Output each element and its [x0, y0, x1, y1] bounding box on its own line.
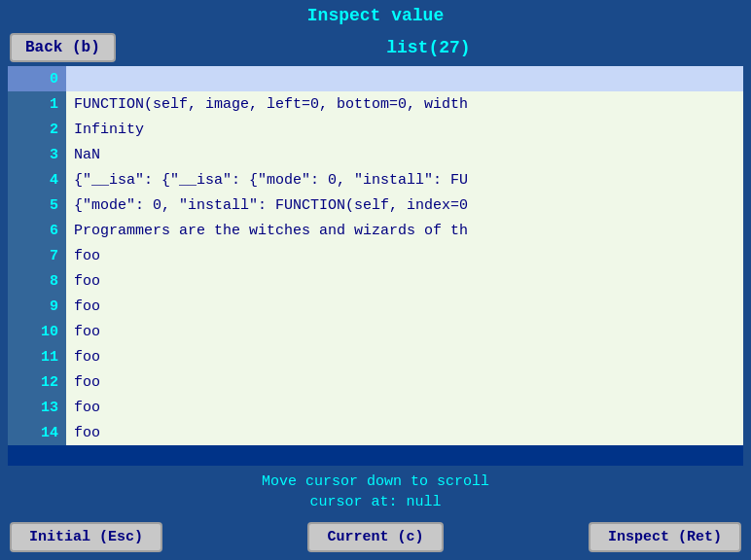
- row-value: {"mode": 0, "install": FUNCTION(self, in…: [66, 192, 743, 218]
- row-index: 11: [8, 344, 66, 369]
- list-row[interactable]: 9foo: [8, 294, 743, 319]
- list-row[interactable]: 12foo: [8, 369, 743, 395]
- list-row[interactable]: 11foo: [8, 344, 743, 369]
- status-area: Move cursor down to scroll cursor at: nu…: [0, 466, 751, 516]
- header-row: Back (b) list(27): [0, 29, 751, 66]
- list-row[interactable]: 1FUNCTION(self, image, left=0, bottom=0,…: [8, 91, 743, 117]
- row-index: 2: [8, 117, 66, 142]
- status-line1: Move cursor down to scroll: [0, 472, 751, 492]
- row-value: FUNCTION(self, image, left=0, bottom=0, …: [66, 91, 743, 117]
- row-value: Programmers are the witches and wizards …: [66, 218, 743, 243]
- row-index: 0: [8, 66, 66, 91]
- row-value: {"__isa": {"__isa": {"mode": 0, "install…: [66, 167, 743, 192]
- row-value: foo: [66, 268, 743, 294]
- list-row[interactable]: 2Infinity: [8, 117, 743, 142]
- row-index: 3: [8, 142, 66, 167]
- footer-row: Initial (Esc) Current (c) Inspect (Ret): [0, 516, 751, 560]
- list-row[interactable]: 8foo: [8, 268, 743, 294]
- row-index: 13: [8, 395, 66, 420]
- inspect-button[interactable]: Inspect (Ret): [589, 522, 741, 552]
- title-bar: Inspect value: [0, 0, 751, 29]
- row-value: foo: [66, 344, 743, 369]
- page-title: Inspect value: [307, 6, 444, 25]
- back-button[interactable]: Back (b): [10, 33, 116, 62]
- row-index: 14: [8, 420, 66, 445]
- list-row[interactable]: 6Programmers are the witches and wizards…: [8, 218, 743, 243]
- row-index: 10: [8, 319, 66, 344]
- list-row[interactable]: 10foo: [8, 319, 743, 344]
- row-value: Infinity: [66, 117, 743, 142]
- list-row[interactable]: 7foo: [8, 243, 743, 268]
- list-row[interactable]: 3NaN: [8, 142, 743, 167]
- status-line2: cursor at: null: [0, 492, 751, 512]
- list-row[interactable]: 4{"__isa": {"__isa": {"mode": 0, "instal…: [8, 167, 743, 192]
- row-value: foo: [66, 420, 743, 445]
- row-index: 7: [8, 243, 66, 268]
- list-title: list(27): [116, 38, 741, 57]
- list-row[interactable]: 14foo: [8, 420, 743, 445]
- row-value: foo: [66, 395, 743, 420]
- list-area: 01FUNCTION(self, image, left=0, bottom=0…: [8, 66, 743, 466]
- row-value: foo: [66, 294, 743, 319]
- list-row[interactable]: 13foo: [8, 395, 743, 420]
- row-index: 6: [8, 218, 66, 243]
- row-index: 9: [8, 294, 66, 319]
- initial-button[interactable]: Initial (Esc): [10, 522, 162, 552]
- list-row[interactable]: 5{"mode": 0, "install": FUNCTION(self, i…: [8, 192, 743, 218]
- row-index: 12: [8, 369, 66, 395]
- row-index: 5: [8, 192, 66, 218]
- row-value: foo: [66, 319, 743, 344]
- row-index: 1: [8, 91, 66, 117]
- current-button[interactable]: Current (c): [307, 522, 443, 552]
- row-value: foo: [66, 243, 743, 268]
- row-value: NaN: [66, 142, 743, 167]
- row-value: [66, 66, 743, 91]
- row-index: 4: [8, 167, 66, 192]
- row-value: foo: [66, 369, 743, 395]
- list-row[interactable]: 0: [8, 66, 743, 91]
- row-index: 8: [8, 268, 66, 294]
